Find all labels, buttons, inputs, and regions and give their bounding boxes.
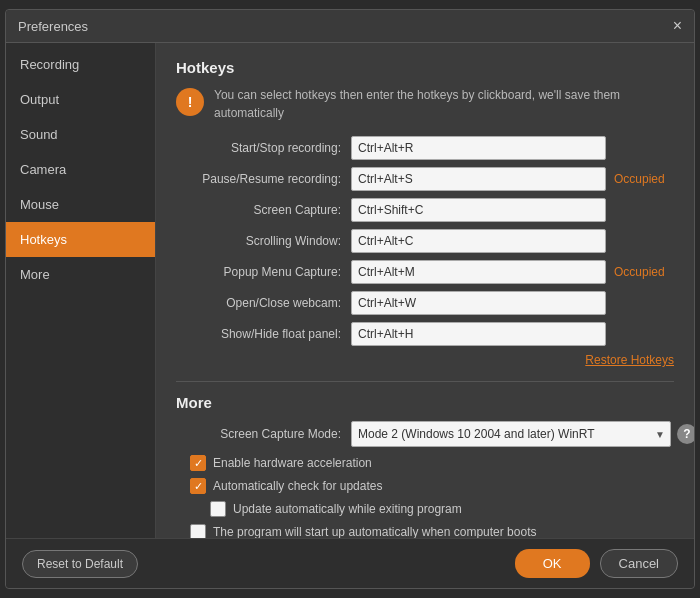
checkbox-row-auto-start: The program will start up automatically … — [176, 524, 674, 538]
hotkey-row-popup: Popup Menu Capture: Occupied — [176, 260, 674, 284]
reset-to-default-button[interactable]: Reset to Default — [22, 550, 138, 578]
hotkey-row-float-panel: Show/Hide float panel: — [176, 322, 674, 346]
checkbox-label-update-exit: Update automatically while exiting progr… — [233, 502, 462, 516]
hotkey-input-float-panel[interactable] — [351, 322, 606, 346]
footer-right: OK Cancel — [515, 549, 678, 578]
checkbox-row-update-exit: Update automatically while exiting progr… — [176, 501, 674, 517]
hotkey-label-start-stop: Start/Stop recording: — [176, 141, 351, 155]
sidebar-item-hotkeys[interactable]: Hotkeys — [6, 222, 155, 257]
screen-capture-mode-row: Screen Capture Mode: Mode 2 (Windows 10 … — [176, 421, 674, 447]
hotkey-label-popup: Popup Menu Capture: — [176, 265, 351, 279]
sidebar-item-sound[interactable]: Sound — [6, 117, 155, 152]
checkbox-auto-update[interactable] — [190, 478, 206, 494]
checkbox-label-hw-accel: Enable hardware acceleration — [213, 456, 372, 470]
hotkey-input-popup[interactable] — [351, 260, 606, 284]
sidebar-item-recording[interactable]: Recording — [6, 47, 155, 82]
info-icon: ! — [176, 88, 204, 116]
section-divider — [176, 381, 674, 382]
hotkey-row-webcam: Open/Close webcam: — [176, 291, 674, 315]
hotkey-row-screen-capture: Screen Capture: — [176, 198, 674, 222]
screen-capture-mode-select[interactable]: Mode 2 (Windows 10 2004 and later) WinRT — [351, 421, 671, 447]
checkbox-label-auto-update: Automatically check for updates — [213, 479, 382, 493]
hotkeys-section-title: Hotkeys — [176, 59, 674, 76]
more-section-title: More — [176, 394, 674, 411]
occupied-popup: Occupied — [614, 265, 674, 279]
hotkey-input-scrolling[interactable] — [351, 229, 606, 253]
checkbox-hw-accel[interactable] — [190, 455, 206, 471]
hotkey-input-pause-resume[interactable] — [351, 167, 606, 191]
sidebar-item-mouse[interactable]: Mouse — [6, 187, 155, 222]
checkbox-auto-start[interactable] — [190, 524, 206, 538]
screen-capture-mode-label: Screen Capture Mode: — [176, 427, 351, 441]
hotkey-row-pause-resume: Pause/Resume recording: Occupied — [176, 167, 674, 191]
main-panel: Hotkeys ! You can select hotkeys then en… — [156, 43, 694, 538]
hotkey-label-screen-capture: Screen Capture: — [176, 203, 351, 217]
checkbox-row-auto-update: Automatically check for updates — [176, 478, 674, 494]
close-button[interactable]: × — [673, 18, 682, 34]
help-icon[interactable]: ? — [677, 424, 694, 444]
cancel-button[interactable]: Cancel — [600, 549, 678, 578]
sidebar-item-output[interactable]: Output — [6, 82, 155, 117]
restore-hotkeys-link[interactable]: Restore Hotkeys — [176, 353, 674, 367]
checkbox-label-auto-start: The program will start up automatically … — [213, 525, 536, 538]
checkbox-row-hw-accel: Enable hardware acceleration — [176, 455, 674, 471]
screen-capture-mode-wrapper: Mode 2 (Windows 10 2004 and later) WinRT… — [351, 421, 694, 447]
sidebar-item-more[interactable]: More — [6, 257, 155, 292]
checkbox-update-exit[interactable] — [210, 501, 226, 517]
hotkey-row-start-stop: Start/Stop recording: — [176, 136, 674, 160]
sidebar-item-camera[interactable]: Camera — [6, 152, 155, 187]
hotkey-row-scrolling: Scrolling Window: — [176, 229, 674, 253]
screen-capture-select-container: Mode 2 (Windows 10 2004 and later) WinRT… — [351, 421, 671, 447]
info-box: ! You can select hotkeys then enter the … — [176, 86, 674, 122]
title-bar: Preferences × — [6, 10, 694, 43]
preferences-dialog: Preferences × Recording Output Sound Cam… — [5, 9, 695, 589]
dialog-title: Preferences — [18, 19, 88, 34]
ok-button[interactable]: OK — [515, 549, 590, 578]
sidebar: Recording Output Sound Camera Mouse Hotk… — [6, 43, 156, 538]
hotkey-input-screen-capture[interactable] — [351, 198, 606, 222]
hotkey-input-start-stop[interactable] — [351, 136, 606, 160]
hotkey-label-scrolling: Scrolling Window: — [176, 234, 351, 248]
hotkey-label-webcam: Open/Close webcam: — [176, 296, 351, 310]
occupied-pause-resume: Occupied — [614, 172, 674, 186]
content-area: Recording Output Sound Camera Mouse Hotk… — [6, 43, 694, 538]
footer: Reset to Default OK Cancel — [6, 538, 694, 588]
hotkey-label-pause-resume: Pause/Resume recording: — [176, 172, 351, 186]
hotkey-label-float-panel: Show/Hide float panel: — [176, 327, 351, 341]
info-text: You can select hotkeys then enter the ho… — [214, 86, 674, 122]
hotkey-input-webcam[interactable] — [351, 291, 606, 315]
footer-left: Reset to Default — [22, 550, 138, 578]
